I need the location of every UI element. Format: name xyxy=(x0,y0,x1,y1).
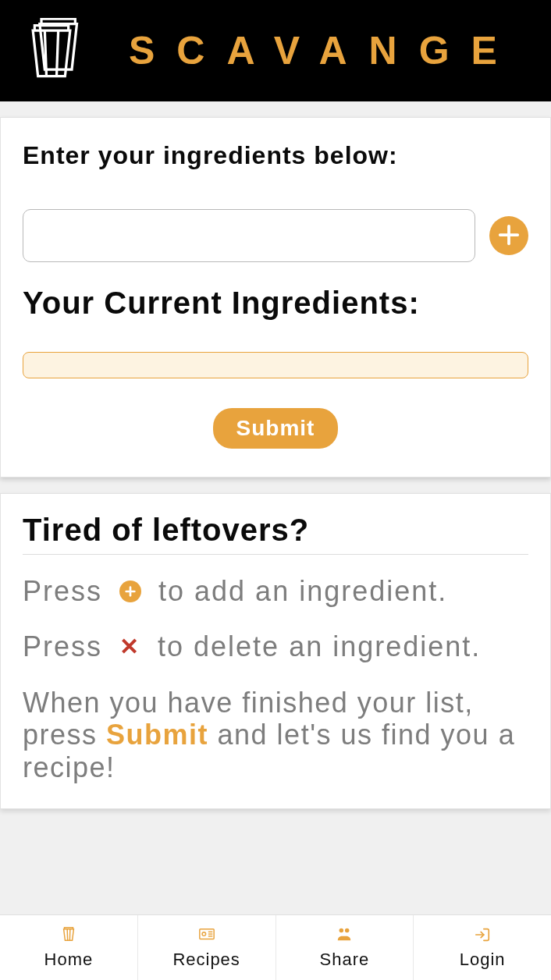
ingredients-card: Enter your ingredients below: Your Curre… xyxy=(0,117,551,478)
ingredient-input-row xyxy=(23,209,528,262)
brand-name: SCAVANGE xyxy=(129,28,519,73)
login-icon xyxy=(472,926,492,946)
instruction-delete-text: to delete an ingredient. xyxy=(158,630,481,662)
instruction-add-line: Press to add an ingredient. xyxy=(23,575,528,607)
svg-point-12 xyxy=(202,932,206,936)
plus-icon xyxy=(497,223,521,249)
submit-button[interactable]: Submit xyxy=(213,408,339,449)
instruction-submit-paragraph: When you have finished your list, press … xyxy=(23,687,528,783)
instructions-title: Tired of leftovers? xyxy=(23,513,528,555)
x-icon: ✕ xyxy=(119,634,140,661)
recipes-icon xyxy=(197,926,217,946)
add-ingredient-button[interactable] xyxy=(489,216,528,255)
brand-logo-icon xyxy=(31,18,82,83)
ingredient-input[interactable] xyxy=(23,209,475,262)
nav-home-label: Home xyxy=(44,950,94,970)
instructions-card: Tired of leftovers? Press to add an ingr… xyxy=(0,493,551,809)
share-icon xyxy=(334,926,354,946)
enter-ingredients-label: Enter your ingredients below: xyxy=(23,141,528,170)
nav-login[interactable]: Login xyxy=(414,915,551,980)
instruction-submit-highlight: Submit xyxy=(106,719,208,751)
svg-marker-8 xyxy=(63,929,73,940)
instruction-press-text: Press xyxy=(23,575,102,607)
nav-share-label: Share xyxy=(320,950,370,970)
app-header: SCAVANGE xyxy=(0,0,551,101)
current-ingredients-label: Your Current Ingredients: xyxy=(23,286,528,321)
instruction-press-text: Press xyxy=(23,630,102,662)
bottom-nav: Home Recipes Share Login xyxy=(0,914,551,980)
nav-home[interactable]: Home xyxy=(0,915,138,980)
instruction-delete-line: Press ✕ to delete an ingredient. xyxy=(23,630,528,662)
home-icon xyxy=(59,926,79,946)
plus-icon xyxy=(119,581,141,602)
nav-login-label: Login xyxy=(460,950,506,970)
svg-line-2 xyxy=(44,30,46,76)
nav-recipes[interactable]: Recipes xyxy=(138,915,276,980)
nav-share[interactable]: Share xyxy=(276,915,414,980)
instruction-add-text: to add an ingredient. xyxy=(158,575,447,607)
svg-line-3 xyxy=(57,30,59,76)
nav-recipes-label: Recipes xyxy=(172,950,240,970)
svg-point-17 xyxy=(345,928,350,932)
svg-point-16 xyxy=(339,928,344,932)
ingredients-list xyxy=(23,352,528,378)
